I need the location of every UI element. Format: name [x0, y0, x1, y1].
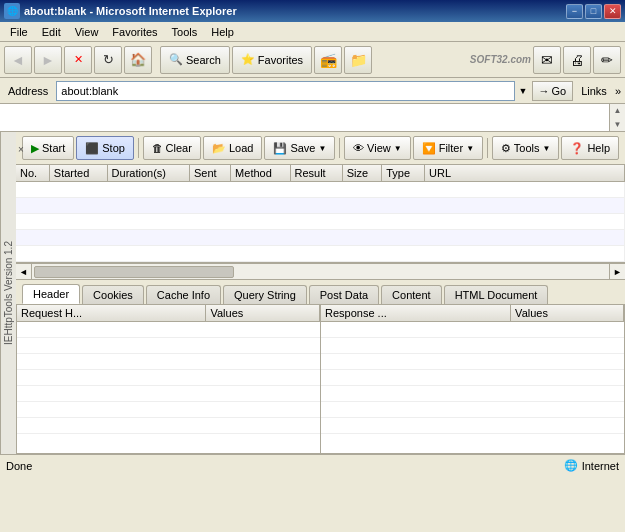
- clear-label: Clear: [166, 142, 192, 154]
- menu-tools[interactable]: Tools: [166, 24, 204, 40]
- title-bar-buttons[interactable]: − □ ✕: [566, 4, 621, 19]
- scroll-left-arrow[interactable]: ◄: [16, 264, 32, 279]
- mail-button[interactable]: ✉: [533, 46, 561, 74]
- ht-stop-button[interactable]: ⬛ Stop: [76, 136, 134, 160]
- close-panel-icon[interactable]: ×: [18, 144, 24, 155]
- req-values-col: Values: [206, 305, 320, 322]
- favorites-label: Favorites: [258, 54, 303, 66]
- favorites-icon: ⭐: [241, 53, 255, 66]
- detail-panel: Request H... Values: [16, 304, 625, 454]
- links-label[interactable]: Links: [577, 85, 611, 97]
- forward-button[interactable]: ►: [34, 46, 62, 74]
- table-row: [321, 322, 624, 338]
- ht-clear-button[interactable]: 🗑 Clear: [143, 136, 201, 160]
- search-button[interactable]: 🔍 Search: [160, 46, 230, 74]
- status-right: 🌐 Internet: [564, 459, 619, 472]
- main-table-wrapper: No. Started Duration(s) Sent Method Resu…: [16, 165, 625, 263]
- detail-left-panel: Request H... Values: [17, 305, 321, 453]
- toolbar-separator-2: [339, 138, 340, 158]
- tab-post-data[interactable]: Post Data: [309, 285, 379, 304]
- help-label: Help: [587, 142, 610, 154]
- address-dropdown-arrow[interactable]: ▼: [519, 86, 528, 96]
- resp-header-col: Response ...: [321, 305, 511, 322]
- menu-bar: File Edit View Favorites Tools Help: [0, 22, 625, 42]
- table-row: [321, 370, 624, 386]
- ht-load-button[interactable]: 📂 Load: [203, 136, 262, 160]
- print-button[interactable]: 🖨: [563, 46, 591, 74]
- view-label: View: [367, 142, 391, 154]
- address-bar: Address ▼ → Go Links »: [0, 78, 625, 104]
- scroll-track-h[interactable]: [32, 264, 609, 279]
- browser-content: ▲ ▼: [0, 104, 625, 132]
- col-type: Type: [382, 165, 425, 182]
- table-row: [17, 418, 320, 434]
- stop-button[interactable]: ✕: [64, 46, 92, 74]
- go-label: Go: [552, 85, 567, 97]
- title-bar-left: 🌐 about:blank - Microsoft Internet Explo…: [4, 3, 237, 19]
- clear-icon: 🗑: [152, 142, 163, 154]
- start-icon: ▶: [31, 142, 39, 155]
- menu-file[interactable]: File: [4, 24, 34, 40]
- stop-icon: ⬛: [85, 142, 99, 155]
- links-chevron[interactable]: »: [615, 85, 621, 97]
- close-button[interactable]: ✕: [604, 4, 621, 19]
- menu-edit[interactable]: Edit: [36, 24, 67, 40]
- refresh-button[interactable]: ↻: [94, 46, 122, 74]
- tab-html-document[interactable]: HTML Document: [444, 285, 549, 304]
- ht-start-button[interactable]: ▶ Start: [22, 136, 74, 160]
- vertical-scrollbar[interactable]: ▲ ▼: [609, 104, 625, 131]
- table-row: [17, 338, 320, 354]
- table-row: [321, 386, 624, 402]
- tools-icon: ⚙: [501, 142, 511, 155]
- ht-help-button[interactable]: ❓ Help: [561, 136, 619, 160]
- menu-view[interactable]: View: [69, 24, 105, 40]
- horizontal-scrollbar[interactable]: ◄ ►: [16, 263, 625, 279]
- tabs-bar: Header Cookies Cache Info Query String P…: [16, 279, 625, 304]
- start-label: Start: [42, 142, 65, 154]
- scroll-up-arrow[interactable]: ▲: [612, 104, 624, 117]
- ht-tools-button[interactable]: ⚙ Tools ▼: [492, 136, 560, 160]
- help-icon: ❓: [570, 142, 584, 155]
- table-row: [17, 402, 320, 418]
- col-duration: Duration(s): [107, 165, 189, 182]
- col-started: Started: [49, 165, 107, 182]
- home-button[interactable]: 🏠: [124, 46, 152, 74]
- panel-close[interactable]: ×: [18, 143, 24, 155]
- media-button[interactable]: 📻: [314, 46, 342, 74]
- tools-label: Tools: [514, 142, 540, 154]
- table-row: [321, 402, 624, 418]
- tab-header[interactable]: Header: [22, 284, 80, 304]
- go-button[interactable]: → Go: [532, 81, 574, 101]
- menu-favorites[interactable]: Favorites: [106, 24, 163, 40]
- ht-filter-button[interactable]: 🔽 Filter ▼: [413, 136, 483, 160]
- favorites-button[interactable]: ⭐ Favorites: [232, 46, 312, 74]
- menu-help[interactable]: Help: [205, 24, 240, 40]
- edit-button[interactable]: ✏: [593, 46, 621, 74]
- minimize-button[interactable]: −: [566, 4, 583, 19]
- address-label: Address: [4, 85, 52, 97]
- go-icon: →: [539, 85, 550, 97]
- httptool-container: IEHttpTools Version 1.2 ▶ Start ⬛ Stop 🗑…: [0, 132, 625, 454]
- table-row: [16, 246, 625, 262]
- filter-arrow: ▼: [466, 144, 474, 153]
- tab-query-string[interactable]: Query String: [223, 285, 307, 304]
- tab-content[interactable]: Content: [381, 285, 442, 304]
- tab-cache-info[interactable]: Cache Info: [146, 285, 221, 304]
- history-button[interactable]: 📁: [344, 46, 372, 74]
- ht-view-button[interactable]: 👁 View ▼: [344, 136, 411, 160]
- scroll-right-arrow[interactable]: ►: [609, 264, 625, 279]
- search-label: Search: [186, 54, 221, 66]
- table-row: [17, 386, 320, 402]
- back-button[interactable]: ◄: [4, 46, 32, 74]
- req-header-col: Request H...: [17, 305, 206, 322]
- tab-cookies[interactable]: Cookies: [82, 285, 144, 304]
- toolbar-separator-1: [138, 138, 139, 158]
- close-strip: ▶ Start ⬛ Stop 🗑 Clear 📂 Load 💾: [16, 132, 625, 165]
- save-arrow: ▼: [318, 144, 326, 153]
- scroll-down-arrow[interactable]: ▼: [612, 118, 624, 131]
- address-input[interactable]: [56, 81, 514, 101]
- scroll-thumb-h[interactable]: [34, 266, 234, 278]
- maximize-button[interactable]: □: [585, 4, 602, 19]
- httptool-main: ▶ Start ⬛ Stop 🗑 Clear 📂 Load 💾: [16, 132, 625, 454]
- ht-save-button[interactable]: 💾 Save ▼: [264, 136, 335, 160]
